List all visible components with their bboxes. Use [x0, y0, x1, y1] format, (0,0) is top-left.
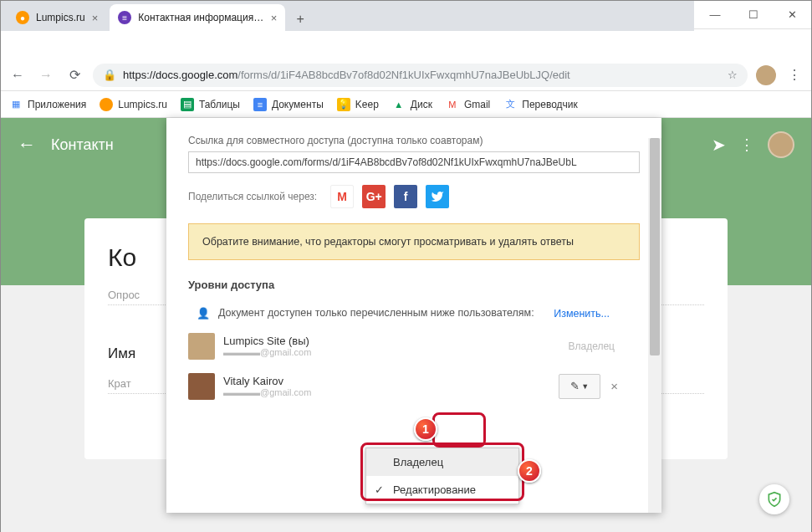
role-dropdown-button[interactable]: ✎ ▼	[559, 374, 600, 399]
bookmark-drive[interactable]: ▲Диск	[392, 98, 432, 111]
user-avatar[interactable]	[768, 131, 794, 158]
lock-icon: 🔒	[103, 69, 116, 81]
annotation-badge-1: 1	[414, 417, 437, 441]
user-email: ▬▬▬▬@gmail.com	[223, 347, 568, 357]
role-dropdown-menu: Владелец ✓ Редактирование	[365, 448, 519, 504]
apps-icon: ▦	[9, 98, 23, 111]
chrome-menu-icon[interactable]: ⋮	[784, 67, 804, 83]
back-button[interactable]: ←	[8, 65, 28, 85]
user-row-owner: Lumpics Site (вы) ▬▬▬▬@gmail.com Владеле…	[188, 326, 640, 366]
twitter-share-icon[interactable]	[426, 185, 449, 208]
scrollbar-thumb[interactable]	[650, 138, 660, 356]
warning-notice: Обратите внимание, что редакторы смогут …	[188, 223, 640, 260]
check-icon: ✓	[375, 483, 384, 496]
sheets-icon: ▤	[181, 98, 194, 111]
translate-icon: 文	[503, 98, 517, 111]
profile-avatar[interactable]	[756, 65, 776, 85]
user-email: ▬▬▬▬@gmail.com	[223, 387, 559, 397]
more-icon[interactable]: ⋮	[739, 136, 754, 154]
browser-toolbar: ← → ⟳ 🔒 https://docs.google.com/forms/d/…	[1, 59, 811, 91]
minimize-button[interactable]: —	[696, 2, 734, 28]
security-shield-icon[interactable]	[759, 484, 789, 514]
annotation-badge-2: 2	[518, 459, 541, 483]
drive-icon: ▲	[392, 98, 406, 111]
favicon-lumpics: ●	[16, 11, 29, 24]
access-levels-heading: Уровни доступа	[188, 279, 640, 291]
close-icon[interactable]: ×	[271, 12, 278, 24]
bookmark-star-icon[interactable]: ☆	[728, 69, 738, 81]
user-name: Lumpics Site (вы)	[223, 335, 568, 347]
gmail-icon: M	[446, 98, 459, 111]
pencil-icon: ✎	[570, 380, 580, 392]
change-access-link[interactable]: Изменить...	[554, 308, 610, 320]
gmail-share-icon[interactable]: M	[330, 185, 354, 208]
tab-label: Lumpics.ru	[36, 12, 85, 23]
bookmark-translate[interactable]: 文Переводчик	[503, 98, 578, 111]
site-icon	[100, 98, 113, 111]
docs-icon: ≡	[253, 98, 267, 111]
user-avatar-icon	[188, 373, 215, 400]
googleplus-share-icon[interactable]: G+	[362, 185, 386, 208]
bookmark-gmail[interactable]: MGmail	[446, 98, 490, 111]
owner-role-label: Владелец	[568, 340, 615, 352]
access-summary-row: 👤 Документ доступен только перечисленным…	[188, 301, 640, 326]
share-link-input[interactable]	[188, 151, 640, 173]
bookmark-apps[interactable]: ▦Приложения	[9, 98, 86, 111]
role-option-editor[interactable]: ✓ Редактирование	[366, 476, 518, 504]
reload-button[interactable]: ⟳	[64, 65, 84, 85]
maximize-button[interactable]: ☐	[734, 2, 773, 28]
access-description: Документ доступен только перечисленным н…	[218, 306, 554, 321]
forward-button[interactable]: →	[36, 65, 56, 85]
tab-lumpics[interactable]: ● Lumpics.ru ×	[8, 4, 106, 31]
send-icon[interactable]: ➤	[712, 135, 726, 155]
new-tab-button[interactable]: +	[289, 8, 312, 31]
tab-strip: ● Lumpics.ru × ≡ Контактная информация -…	[1, 1, 694, 31]
url-path: /forms/d/1iF4AB8bcdBv7of8d02Nf1kUIxFwxqm…	[237, 69, 569, 81]
private-icon: 👤	[188, 307, 218, 320]
bookmark-lumpics[interactable]: Lumpics.ru	[100, 98, 167, 111]
remove-user-button[interactable]: ×	[610, 379, 618, 393]
share-via-label: Поделиться ссылкой через:	[188, 191, 317, 202]
caret-down-icon: ▼	[581, 382, 589, 391]
facebook-share-icon[interactable]: f	[394, 185, 417, 208]
scrollbar[interactable]	[648, 138, 661, 513]
favicon-forms: ≡	[118, 11, 131, 24]
bookmark-docs[interactable]: ≡Документы	[253, 98, 324, 111]
back-arrow-icon[interactable]: ←	[18, 134, 36, 156]
share-via-row: Поделиться ссылкой через: M G+ f	[188, 185, 640, 208]
address-bar[interactable]: 🔒 https://docs.google.com/forms/d/1iF4AB…	[93, 64, 748, 87]
close-button[interactable]: ✕	[773, 2, 811, 28]
role-option-owner[interactable]: Владелец	[366, 448, 518, 476]
bookmark-sheets[interactable]: ▤Таблицы	[181, 98, 240, 111]
user-name: Vitaly Kairov	[223, 375, 559, 387]
url-host: https://docs.google.com	[123, 69, 237, 81]
user-row-collaborator: Vitaly Kairov ▬▬▬▬@gmail.com ✎ ▼ ×	[188, 366, 640, 407]
tab-label: Контактная информация - Goo...	[138, 12, 263, 23]
chrome-window: ● Lumpics.ru × ≡ Контактная информация -…	[0, 0, 812, 532]
close-icon[interactable]: ×	[92, 12, 99, 24]
tab-forms[interactable]: ≡ Контактная информация - Goo... ×	[110, 4, 285, 31]
bookmark-keep[interactable]: 💡Keep	[337, 98, 379, 111]
share-link-label: Ссылка для совместного доступа (доступна…	[188, 135, 640, 146]
keep-icon: 💡	[337, 98, 350, 111]
bookmarks-bar: ▦Приложения Lumpics.ru ▤Таблицы ≡Докумен…	[1, 91, 811, 118]
user-avatar-icon	[188, 333, 215, 360]
